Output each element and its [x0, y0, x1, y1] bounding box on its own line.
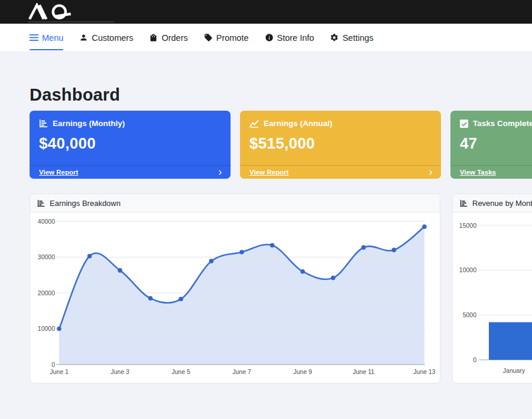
revenue-by-month-panel: Revenue by Month 050001000015000January [452, 194, 532, 383]
svg-text:June 3: June 3 [111, 368, 129, 375]
nav-label: Settings [342, 33, 373, 43]
stat-card-tasks-completed: Tasks Completed 47 View Tasks [450, 111, 532, 179]
line-chart-icon [249, 120, 259, 128]
nav-label: Orders [161, 33, 187, 43]
top-app-bar [0, 0, 532, 24]
nav-item-customers[interactable]: Customers [79, 24, 133, 51]
active-tab-underline [30, 49, 63, 50]
stat-card-value: $40,000 [39, 134, 221, 153]
svg-text:June 7: June 7 [232, 368, 251, 375]
brand-underline [28, 21, 114, 22]
svg-text:0: 0 [51, 361, 55, 368]
nav-item-store-info[interactable]: Store Info [265, 24, 314, 51]
gear-icon [330, 33, 339, 42]
nav-label: Store Info [277, 33, 314, 43]
main-nav: Menu Customers Orders Promote Store Info… [0, 24, 532, 52]
svg-text:0: 0 [473, 356, 476, 363]
svg-text:June 9: June 9 [293, 368, 312, 375]
panel-title: Revenue by Month [472, 199, 532, 208]
bar-chart-icon [460, 199, 468, 207]
nav-label: Promote [216, 33, 249, 43]
svg-text:20000: 20000 [38, 289, 55, 296]
stat-card-earnings-monthly: Earnings (Monthly) $40,000 View Report [30, 111, 231, 179]
bag-icon [149, 33, 158, 42]
brand-logo-icon[interactable] [24, 3, 80, 21]
svg-text:June 5: June 5 [171, 368, 190, 375]
stat-card-earnings-annual: Earnings (Annual) $515,000 View Report [240, 111, 441, 179]
svg-text:January: January [503, 367, 525, 374]
tag-icon [204, 33, 213, 42]
check-square-icon [460, 120, 468, 128]
nav-label: Customers [92, 33, 133, 43]
svg-text:10000: 10000 [459, 266, 476, 273]
svg-text:10000: 10000 [38, 325, 55, 332]
svg-text:June 13: June 13 [413, 368, 436, 375]
chevron-right-icon[interactable] [427, 169, 434, 176]
view-report-link[interactable]: View Report [249, 169, 288, 176]
revenue-by-month-chart: 050001000015000January [453, 212, 532, 383]
bar-chart-icon [37, 199, 45, 207]
earnings-breakdown-panel: Earnings Breakdown 010000200003000040000… [30, 194, 440, 383]
stat-card-title: Tasks Completed [473, 119, 532, 128]
page-title: Dashboard [30, 85, 120, 105]
view-tasks-link[interactable]: View Tasks [460, 169, 496, 176]
user-icon [79, 33, 88, 42]
stat-card-title: Earnings (Annual) [264, 119, 332, 128]
nav-item-promote[interactable]: Promote [204, 24, 249, 51]
chevron-right-icon[interactable] [217, 169, 223, 176]
view-report-link[interactable]: View Report [39, 169, 78, 176]
svg-text:5000: 5000 [463, 311, 477, 318]
svg-text:15000: 15000 [459, 222, 476, 229]
svg-text:40000: 40000 [38, 218, 55, 225]
svg-text:June 1: June 1 [50, 368, 69, 375]
nav-label: Menu [42, 33, 63, 43]
svg-text:June 11: June 11 [353, 368, 375, 375]
nav-item-menu[interactable]: Menu [30, 24, 63, 51]
info-icon [265, 33, 274, 42]
bar-chart-icon [39, 119, 48, 128]
stat-card-value: $515,000 [249, 134, 432, 153]
stat-card-title: Earnings (Monthly) [53, 119, 125, 128]
earnings-breakdown-chart: 010000200003000040000June 1June 3June 5J… [30, 212, 440, 383]
panel-title: Earnings Breakdown [50, 199, 121, 208]
nav-item-orders[interactable]: Orders [149, 24, 187, 51]
svg-text:30000: 30000 [38, 253, 55, 260]
stat-card-value: 47 [460, 134, 532, 153]
nav-item-settings[interactable]: Settings [330, 24, 373, 51]
hamburger-icon [30, 34, 38, 41]
